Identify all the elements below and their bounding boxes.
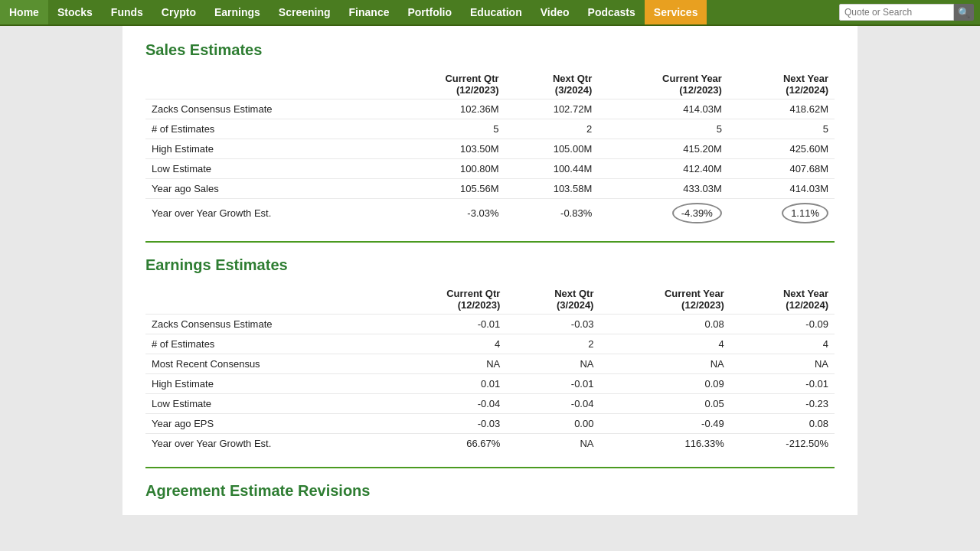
table-cell: -3.03% [386, 199, 505, 228]
table-cell: 2 [505, 119, 599, 139]
table-cell: -0.03 [506, 315, 599, 334]
table-cell: 0.08 [599, 315, 730, 334]
earnings-col-current-qtr: Current Qtr (12/2023) [387, 285, 506, 315]
earnings-col-next-qtr: Next Qtr (3/2024) [506, 285, 599, 315]
table-cell: 4 [730, 334, 835, 354]
table-row: # of Estimates5255 [145, 119, 835, 139]
earnings-estimates-section: Earnings Estimates Current Qtr (12/2023)… [145, 256, 835, 453]
table-row: Zacks Consensus Estimate102.36M102.72M41… [145, 99, 835, 119]
table-cell: 102.72M [505, 99, 599, 119]
table-cell: 103.58M [505, 179, 599, 199]
table-cell: 100.80M [386, 159, 505, 179]
table-row: Zacks Consensus Estimate-0.01-0.030.08-0… [145, 315, 835, 334]
table-cell: 5 [386, 119, 505, 139]
table-cell: -0.01 [506, 374, 599, 394]
table-cell: NA [387, 354, 506, 374]
table-cell: 105.56M [386, 179, 505, 199]
table-cell: 1.11% [728, 199, 835, 228]
table-cell: 418.62M [728, 99, 835, 119]
table-cell: NA [506, 354, 599, 374]
search-area: 🔍 [833, 0, 980, 24]
table-cell: Year ago EPS [145, 414, 387, 434]
nav-podcasts[interactable]: Podcasts [579, 0, 645, 24]
nav-earnings[interactable]: Earnings [205, 0, 270, 24]
circled-value: -4.39% [672, 203, 722, 223]
table-cell: -0.23 [730, 394, 835, 414]
table-cell: NA [506, 434, 599, 454]
table-cell: Year over Year Growth Est. [145, 199, 386, 228]
table-cell: Year over Year Growth Est. [145, 434, 387, 454]
nav-video[interactable]: Video [531, 0, 579, 24]
section-divider-2 [145, 467, 835, 468]
table-cell: High Estimate [145, 139, 386, 159]
table-cell: -0.01 [387, 315, 506, 334]
sales-table-header-row: Current Qtr (12/2023) Next Qtr (3/2024) … [145, 70, 835, 99]
sales-col-next-qtr: Next Qtr (3/2024) [505, 70, 599, 99]
table-cell: 433.03M [598, 179, 728, 199]
table-cell: 102.36M [386, 99, 505, 119]
table-row: High Estimate0.01-0.010.09-0.01 [145, 374, 835, 394]
table-cell: Zacks Consensus Estimate [145, 315, 387, 334]
search-input[interactable] [839, 4, 954, 21]
table-cell: # of Estimates [145, 119, 386, 139]
table-row: Year ago Sales105.56M103.58M433.03M414.0… [145, 179, 835, 199]
table-row: # of Estimates4244 [145, 334, 835, 354]
table-cell: 4 [599, 334, 730, 354]
table-row: Year over Year Growth Est.66.67%NA116.33… [145, 434, 835, 454]
nav-services[interactable]: Services [645, 0, 707, 24]
nav-education[interactable]: Education [461, 0, 531, 24]
table-cell: 0.01 [387, 374, 506, 394]
table-cell: 412.40M [598, 159, 728, 179]
table-cell: 415.20M [598, 139, 728, 159]
nav-screening[interactable]: Screening [270, 0, 340, 24]
table-cell: Most Recent Consensus [145, 354, 387, 374]
table-cell: 2 [506, 334, 599, 354]
table-row: High Estimate103.50M105.00M415.20M425.60… [145, 139, 835, 159]
sales-col-current-qtr: Current Qtr (12/2023) [386, 70, 505, 99]
table-cell: -212.50% [730, 434, 835, 454]
table-cell: 4 [387, 334, 506, 354]
sales-col-current-year: Current Year (12/2023) [598, 70, 728, 99]
table-cell: 0.08 [730, 414, 835, 434]
table-cell: 0.00 [506, 414, 599, 434]
table-cell: -0.04 [387, 394, 506, 414]
table-cell: 425.60M [728, 139, 835, 159]
table-cell: NA [599, 354, 730, 374]
table-row: Most Recent ConsensusNANANANA [145, 354, 835, 374]
sales-col-label [145, 70, 386, 99]
earnings-table-header-row: Current Qtr (12/2023) Next Qtr (3/2024) … [145, 285, 835, 315]
table-cell: 103.50M [386, 139, 505, 159]
nav-finance[interactable]: Finance [340, 0, 399, 24]
table-cell: -0.03 [387, 414, 506, 434]
table-cell: Zacks Consensus Estimate [145, 99, 386, 119]
nav-home[interactable]: Home [0, 0, 48, 24]
nav-funds[interactable]: Funds [102, 0, 152, 24]
nav-portfolio[interactable]: Portfolio [398, 0, 461, 24]
search-button[interactable]: 🔍 [954, 4, 974, 21]
table-cell: -0.49 [599, 414, 730, 434]
earnings-estimates-table: Current Qtr (12/2023) Next Qtr (3/2024) … [145, 285, 835, 453]
table-cell: High Estimate [145, 374, 387, 394]
table-cell: # of Estimates [145, 334, 387, 354]
table-row: Low Estimate100.80M100.44M412.40M407.68M [145, 159, 835, 179]
table-cell: 116.33% [599, 434, 730, 454]
table-row: Year over Year Growth Est.-3.03%-0.83%-4… [145, 199, 835, 228]
table-cell: 414.03M [728, 179, 835, 199]
earnings-col-next-year: Next Year (12/2024) [730, 285, 835, 315]
table-cell: -4.39% [598, 199, 728, 228]
table-cell: 66.67% [387, 434, 506, 454]
table-cell: NA [730, 354, 835, 374]
table-cell: 414.03M [598, 99, 728, 119]
earnings-estimates-title: Earnings Estimates [145, 256, 835, 274]
sales-estimates-title: Sales Estimates [145, 41, 835, 59]
nav-stocks[interactable]: Stocks [48, 0, 102, 24]
main-nav: Home Stocks Funds Crypto Earnings Screen… [0, 0, 980, 26]
table-cell: -0.09 [730, 315, 835, 334]
table-row: Low Estimate-0.04-0.040.05-0.23 [145, 394, 835, 414]
table-row: Year ago EPS-0.030.00-0.490.08 [145, 414, 835, 434]
sales-estimates-table: Current Qtr (12/2023) Next Qtr (3/2024) … [145, 70, 835, 227]
sales-col-next-year: Next Year (12/2024) [728, 70, 835, 99]
table-cell: 5 [598, 119, 728, 139]
nav-crypto[interactable]: Crypto [152, 0, 205, 24]
earnings-col-current-year: Current Year (12/2023) [599, 285, 730, 315]
